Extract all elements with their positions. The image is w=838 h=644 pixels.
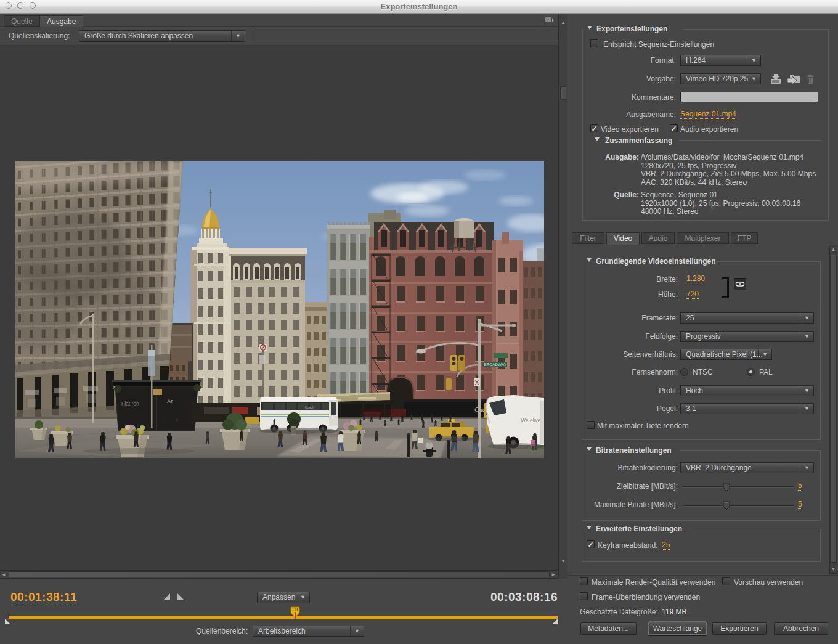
svg-text:Coach: Coach — [305, 406, 314, 409]
svg-text:Flat ron: Flat ron — [121, 401, 139, 407]
svg-text:BROADWAY: BROADWAY — [484, 362, 507, 367]
svg-text:We eliver: We eliver — [521, 417, 542, 423]
svg-text:Ar: Ar — [167, 397, 173, 404]
